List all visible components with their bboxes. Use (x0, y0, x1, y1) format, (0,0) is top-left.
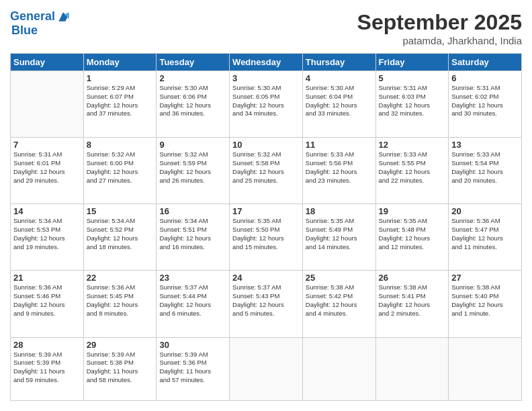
day-number: 17 (232, 206, 300, 216)
cell-text: Sunrise: 5:38 AM Sunset: 5:40 PM Dayligh… (451, 283, 519, 318)
day-number: 7 (13, 140, 81, 150)
day-number: 16 (159, 206, 226, 216)
calendar-cell (302, 337, 375, 400)
calendar-cell: 30Sunrise: 5:39 AM Sunset: 5:36 PM Dayli… (157, 337, 230, 400)
calendar-cell: 9Sunrise: 5:32 AM Sunset: 5:59 PM Daylig… (157, 138, 230, 204)
calendar-cell: 27Sunrise: 5:38 AM Sunset: 5:40 PM Dayli… (449, 271, 522, 337)
day-number: 26 (379, 273, 446, 283)
logo-blue: Blue (11, 24, 38, 38)
cell-text: Sunrise: 5:35 AM Sunset: 5:48 PM Dayligh… (379, 217, 446, 251)
calendar-cell: 12Sunrise: 5:33 AM Sunset: 5:55 PM Dayli… (375, 138, 449, 204)
day-number: 12 (379, 140, 446, 150)
cell-text: Sunrise: 5:33 AM Sunset: 5:55 PM Dayligh… (379, 150, 446, 185)
calendar-cell: 8Sunrise: 5:32 AM Sunset: 6:00 PM Daylig… (83, 138, 157, 204)
day-number: 4 (306, 73, 373, 83)
calendar-cell: 21Sunrise: 5:36 AM Sunset: 5:46 PM Dayli… (11, 271, 84, 337)
cell-text: Sunrise: 5:39 AM Sunset: 5:39 PM Dayligh… (13, 351, 81, 385)
cell-text: Sunrise: 5:31 AM Sunset: 6:01 PM Dayligh… (13, 150, 81, 185)
day-number: 2 (159, 73, 226, 83)
calendar-cell: 16Sunrise: 5:34 AM Sunset: 5:51 PM Dayli… (157, 204, 230, 271)
page: General Blue September 2025 patamda, Jha… (0, 0, 532, 411)
calendar-cell: 23Sunrise: 5:37 AM Sunset: 5:44 PM Dayli… (157, 271, 230, 337)
cell-text: Sunrise: 5:30 AM Sunset: 6:05 PM Dayligh… (232, 84, 300, 118)
day-header-monday: Monday (83, 54, 157, 71)
day-number: 9 (159, 140, 226, 150)
calendar-cell: 13Sunrise: 5:33 AM Sunset: 5:54 PM Dayli… (449, 138, 522, 204)
day-number: 24 (232, 273, 300, 283)
location: patamda, Jharkhand, India (357, 35, 522, 46)
cell-text: Sunrise: 5:36 AM Sunset: 5:46 PM Dayligh… (13, 283, 81, 318)
cell-text: Sunrise: 5:35 AM Sunset: 5:50 PM Dayligh… (232, 217, 300, 251)
day-number: 5 (379, 73, 446, 83)
logo-icon (56, 10, 70, 24)
calendar-cell: 24Sunrise: 5:37 AM Sunset: 5:43 PM Dayli… (230, 271, 303, 337)
cell-text: Sunrise: 5:37 AM Sunset: 5:43 PM Dayligh… (232, 283, 300, 318)
cell-text: Sunrise: 5:33 AM Sunset: 5:56 PM Dayligh… (306, 150, 373, 185)
calendar-cell: 10Sunrise: 5:32 AM Sunset: 5:58 PM Dayli… (230, 138, 303, 204)
calendar-cell: 19Sunrise: 5:35 AM Sunset: 5:48 PM Dayli… (375, 204, 449, 271)
day-number: 30 (159, 340, 226, 350)
day-number: 3 (232, 73, 300, 83)
cell-text: Sunrise: 5:35 AM Sunset: 5:49 PM Dayligh… (306, 217, 373, 251)
day-number: 27 (451, 273, 519, 283)
cell-text: Sunrise: 5:39 AM Sunset: 5:36 PM Dayligh… (159, 351, 226, 385)
cell-text: Sunrise: 5:30 AM Sunset: 6:06 PM Dayligh… (159, 84, 226, 118)
calendar-cell: 11Sunrise: 5:33 AM Sunset: 5:56 PM Dayli… (302, 138, 375, 204)
day-number: 14 (13, 206, 81, 216)
header: General Blue September 2025 patamda, Jha… (10, 10, 522, 46)
calendar-cell (230, 337, 303, 400)
day-header-wednesday: Wednesday (230, 54, 303, 71)
day-number: 25 (306, 273, 373, 283)
svg-marker-0 (58, 12, 67, 21)
header-row: SundayMondayTuesdayWednesdayThursdayFrid… (11, 54, 522, 71)
calendar-cell: 18Sunrise: 5:35 AM Sunset: 5:49 PM Dayli… (302, 204, 375, 271)
day-number: 10 (232, 140, 300, 150)
day-number: 8 (87, 140, 154, 150)
cell-text: Sunrise: 5:37 AM Sunset: 5:44 PM Dayligh… (159, 283, 226, 318)
cell-text: Sunrise: 5:31 AM Sunset: 6:03 PM Dayligh… (379, 84, 446, 118)
calendar-cell: 2Sunrise: 5:30 AM Sunset: 6:06 PM Daylig… (157, 71, 230, 138)
cell-text: Sunrise: 5:30 AM Sunset: 6:04 PM Dayligh… (306, 84, 373, 118)
calendar-cell: 22Sunrise: 5:36 AM Sunset: 5:45 PM Dayli… (83, 271, 157, 337)
cell-text: Sunrise: 5:38 AM Sunset: 5:41 PM Dayligh… (379, 283, 446, 318)
cell-text: Sunrise: 5:34 AM Sunset: 5:53 PM Dayligh… (13, 217, 81, 251)
day-number: 13 (451, 140, 519, 150)
day-number: 23 (159, 273, 226, 283)
day-number: 21 (13, 273, 81, 283)
calendar-table: SundayMondayTuesdayWednesdayThursdayFrid… (10, 53, 522, 401)
logo: General Blue (10, 10, 70, 38)
logo-text: General (10, 10, 55, 24)
calendar-cell: 28Sunrise: 5:39 AM Sunset: 5:39 PM Dayli… (11, 337, 84, 400)
calendar-cell: 26Sunrise: 5:38 AM Sunset: 5:41 PM Dayli… (375, 271, 449, 337)
calendar-cell: 6Sunrise: 5:31 AM Sunset: 6:02 PM Daylig… (449, 71, 522, 138)
cell-text: Sunrise: 5:31 AM Sunset: 6:02 PM Dayligh… (451, 84, 519, 118)
cell-text: Sunrise: 5:36 AM Sunset: 5:47 PM Dayligh… (451, 217, 519, 251)
calendar-cell: 1Sunrise: 5:29 AM Sunset: 6:07 PM Daylig… (83, 71, 157, 138)
cell-text: Sunrise: 5:32 AM Sunset: 5:59 PM Dayligh… (159, 150, 226, 185)
day-number: 11 (306, 140, 373, 150)
calendar-cell: 25Sunrise: 5:38 AM Sunset: 5:42 PM Dayli… (302, 271, 375, 337)
title-block: September 2025 patamda, Jharkhand, India (357, 10, 522, 46)
day-number: 22 (87, 273, 154, 283)
calendar-cell: 5Sunrise: 5:31 AM Sunset: 6:03 PM Daylig… (375, 71, 449, 138)
calendar-cell (449, 337, 522, 400)
calendar-cell (375, 337, 449, 400)
calendar-cell: 15Sunrise: 5:34 AM Sunset: 5:52 PM Dayli… (83, 204, 157, 271)
day-header-tuesday: Tuesday (157, 54, 230, 71)
calendar-cell: 4Sunrise: 5:30 AM Sunset: 6:04 PM Daylig… (302, 71, 375, 138)
cell-text: Sunrise: 5:39 AM Sunset: 5:38 PM Dayligh… (87, 351, 154, 385)
day-number: 15 (87, 206, 154, 216)
cell-text: Sunrise: 5:34 AM Sunset: 5:52 PM Dayligh… (87, 217, 154, 251)
cell-text: Sunrise: 5:36 AM Sunset: 5:45 PM Dayligh… (87, 283, 154, 318)
day-header-thursday: Thursday (302, 54, 375, 71)
day-number: 6 (451, 73, 519, 83)
calendar-cell: 14Sunrise: 5:34 AM Sunset: 5:53 PM Dayli… (11, 204, 84, 271)
day-header-saturday: Saturday (449, 54, 522, 71)
day-number: 18 (306, 206, 373, 216)
cell-text: Sunrise: 5:29 AM Sunset: 6:07 PM Dayligh… (87, 84, 154, 118)
calendar-cell: 7Sunrise: 5:31 AM Sunset: 6:01 PM Daylig… (11, 138, 84, 204)
cell-text: Sunrise: 5:32 AM Sunset: 5:58 PM Dayligh… (232, 150, 300, 185)
calendar-cell: 17Sunrise: 5:35 AM Sunset: 5:50 PM Dayli… (230, 204, 303, 271)
day-number: 19 (379, 206, 446, 216)
day-number: 29 (87, 340, 154, 350)
